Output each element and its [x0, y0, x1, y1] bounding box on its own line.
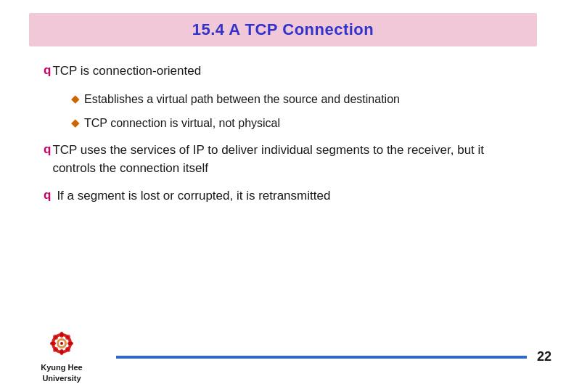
sub-bullet-text-1-1: Establishes a virtual path between the s… [84, 91, 400, 107]
bottom-blue-line [116, 356, 527, 359]
diamond-marker-1: ◆ [71, 92, 80, 105]
sub-bullet-1-2: ◆ TCP connection is virtual, not physica… [71, 115, 522, 131]
svg-point-5 [60, 332, 64, 338]
sub-bullets-1: ◆ Establishes a virtual path between the… [71, 91, 522, 131]
sub-bullet-1-1: ◆ Establishes a virtual path between the… [71, 91, 522, 107]
svg-point-7 [50, 342, 56, 346]
slide: 15.4 A TCP Connection q TCP is connectio… [0, 13, 566, 392]
diamond-marker-2: ◆ [71, 116, 80, 129]
main-bullet-3: q If a segment is lost or corrupted, it … [44, 187, 522, 205]
bottom-bar: Kyung Hee University 22 [0, 330, 566, 383]
sub-bullet-text-1-2: TCP connection is virtual, not physical [84, 115, 280, 131]
q-marker-3: q [44, 188, 51, 203]
slide-content: q TCP is connection-oriented ◆ Establish… [0, 46, 566, 205]
bullet-text-2: TCP uses the services of IP to deliver i… [52, 142, 522, 177]
university-logo [46, 330, 77, 361]
logo-area: Kyung Hee University [15, 330, 109, 383]
bullet-text-3: If a segment is lost or corrupted, it is… [57, 187, 330, 205]
main-bullet-2: q TCP uses the services of IP to deliver… [44, 142, 522, 177]
slide-title: 15.4 A TCP Connection [192, 20, 374, 38]
svg-point-8 [67, 342, 73, 346]
title-bar: 15.4 A TCP Connection [29, 13, 537, 46]
bullet-text-1: TCP is connection-oriented [52, 62, 201, 81]
university-name: Kyung Hee University [41, 362, 82, 383]
svg-point-4 [60, 342, 63, 345]
main-bullet-1: q TCP is connection-oriented [44, 62, 522, 81]
svg-point-6 [60, 349, 64, 355]
q-marker-1: q [44, 63, 51, 78]
q-marker-2: q [44, 142, 51, 157]
page-number: 22 [537, 349, 551, 364]
